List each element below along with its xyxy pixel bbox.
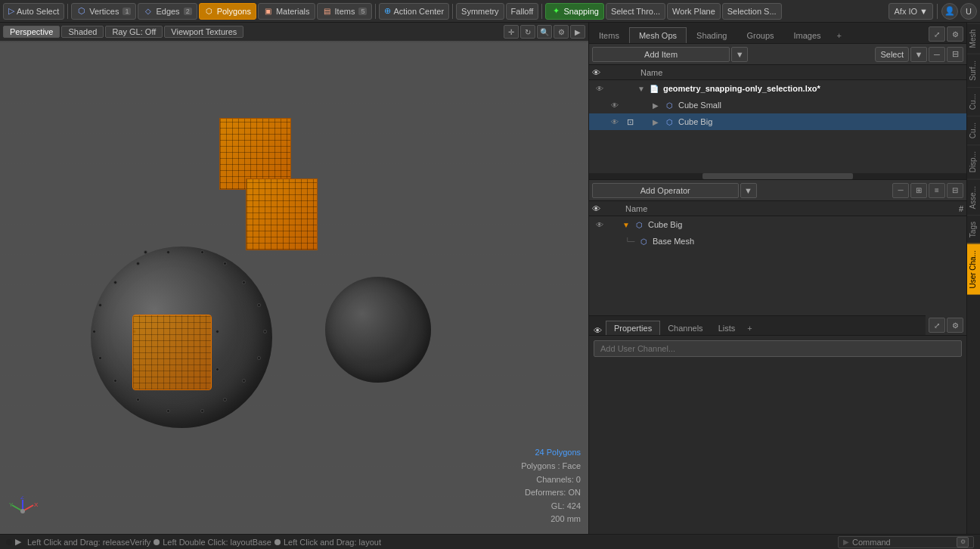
minimize-btn[interactable]: ─ <box>929 47 945 62</box>
add-item-dropdown[interactable]: ▼ <box>731 47 748 62</box>
command-settings[interactable]: ⚙ <box>957 537 969 547</box>
select-thro-btn[interactable]: Select Thro... <box>606 3 665 20</box>
add-tab-btn[interactable]: + <box>831 28 848 43</box>
side-tab-surf[interactable]: Surf... <box>967 54 980 87</box>
vp-more-icon[interactable]: ▶ <box>570 25 585 39</box>
props-expand-btn[interactable]: ⤢ <box>929 318 945 333</box>
op-filter-btn[interactable]: ⊟ <box>947 183 963 198</box>
vp-zoom-icon[interactable]: 🔍 <box>537 25 552 39</box>
side-tab-mesh[interactable]: Mesh <box>967 23 980 54</box>
op-minimize-btn[interactable]: ─ <box>892 183 909 198</box>
viewport[interactable]: Perspective Shaded Ray GL: Off Viewport … <box>0 23 588 534</box>
work-plane-btn[interactable]: Work Plane <box>667 3 721 20</box>
sphere-selection <box>132 315 212 390</box>
edges-btn[interactable]: ◇ Edges 2 <box>138 3 197 20</box>
terminal-icon <box>6 539 12 545</box>
side-tab-cu2[interactable]: Cu... <box>967 116 980 144</box>
sep-3 <box>452 4 453 19</box>
list-item[interactable]: 👁 ⊡ ▶ ⬡ Cube Big <box>589 113 966 130</box>
expand-icon[interactable]: ▼ <box>637 85 648 93</box>
add-user-channel-input[interactable] <box>594 340 962 357</box>
sphere-dot <box>98 356 102 360</box>
tab-items[interactable]: Items <box>589 27 629 43</box>
vertices-btn[interactable]: ⬡ Vertices 1 <box>71 3 136 20</box>
polygons-icon: ⬡ <box>204 6 215 17</box>
props-toolbar: ⤢ ⚙ <box>926 315 966 335</box>
add-item-btn[interactable]: Add Item <box>592 47 730 62</box>
operator-toolbar: Add Operator ▼ ─ ⊞ ≡ ⊟ <box>589 180 966 201</box>
properties-tabs: 👁 Properties Channels Lists + ⤢ ⚙ <box>589 316 966 336</box>
panel-settings-btn[interactable]: ⚙ <box>947 26 963 42</box>
action-center-btn[interactable]: ⊕ Action Center <box>379 3 449 20</box>
side-tab-disp[interactable]: Disp... <box>967 144 980 178</box>
viewport-textures-btn[interactable]: Viewport Textures <box>164 26 243 38</box>
eye-toggle[interactable]: 👁 <box>592 85 607 93</box>
tab-channels[interactable]: Channels <box>660 321 710 335</box>
channels-stat: Channels: 0 <box>521 473 581 487</box>
op-list-btn[interactable]: ≡ <box>929 183 945 198</box>
selection-s-btn[interactable]: Selection S... <box>722 3 782 20</box>
tab-mesh-ops[interactable]: Mesh Ops <box>629 27 687 43</box>
item-icon: ⬡ <box>663 99 675 111</box>
tab-properties[interactable]: Properties <box>606 321 660 335</box>
item-icon: 📄 <box>648 82 660 95</box>
props-settings-btn[interactable]: ⚙ <box>947 318 963 333</box>
profile-btn[interactable]: 👤 <box>941 3 958 20</box>
size-stat: 200 mm <box>521 513 581 526</box>
shaded-btn[interactable]: Shaded <box>61 26 104 38</box>
add-props-tab[interactable]: + <box>743 321 756 335</box>
vp-settings-icon[interactable]: ⚙ <box>554 25 569 39</box>
canvas-area[interactable]: 24 Polygons Polygons : Face Channels: 0 … <box>0 42 588 534</box>
list-item[interactable]: 👁 ▼ 📄 geometry_snapping-only_selection.l… <box>589 80 966 97</box>
side-tab-asse[interactable]: Asse... <box>967 179 980 216</box>
snapping-btn[interactable]: ✦ Snapping <box>545 3 604 20</box>
toolbar-right-area: Afx IO ▼ 👤 U <box>889 3 977 20</box>
expand-icon[interactable]: ▶ <box>653 118 663 126</box>
items-h-scrollbar[interactable] <box>589 173 966 179</box>
vp-rotate-icon[interactable]: ↻ <box>520 25 535 39</box>
props-eye-btn[interactable]: 👁 <box>589 326 606 335</box>
afx-io-btn[interactable]: Afx IO ▼ <box>889 3 933 20</box>
polygons-btn[interactable]: ⬡ Polygons <box>199 3 256 20</box>
panel-controls: ⤢ ⚙ <box>926 25 966 43</box>
eye-toggle[interactable]: 👁 <box>607 101 622 110</box>
items-btn[interactable]: ▤ Items 5 <box>317 3 373 20</box>
edges-icon: ◇ <box>143 6 154 17</box>
tab-images[interactable]: Images <box>784 27 831 43</box>
tab-shading[interactable]: Shading <box>687 27 737 43</box>
unreal-btn[interactable]: U <box>960 3 977 20</box>
svg-text:Z: Z <box>20 496 24 501</box>
command-input-area[interactable]: ▶ Command ⚙ <box>838 536 974 548</box>
add-operator-btn[interactable]: Add Operator <box>592 183 739 198</box>
expand-icon[interactable]: ▶ <box>653 101 663 110</box>
side-tab-tags[interactable]: Tags <box>967 215 980 243</box>
eye-toggle[interactable]: 👁 <box>607 118 622 126</box>
falloff-btn[interactable]: Falloff <box>506 3 539 20</box>
materials-btn[interactable]: ▣ Materials <box>258 3 315 20</box>
tab-groups[interactable]: Groups <box>737 27 783 43</box>
side-tab-cu1[interactable]: Cu... <box>967 87 980 116</box>
eye-toggle[interactable]: 👁 <box>592 221 607 229</box>
filter-btn[interactable]: ▼ <box>910 47 927 62</box>
expand-icon[interactable]: ▼ <box>622 221 633 229</box>
perspective-btn[interactable]: Perspective <box>3 26 60 38</box>
statusbar: ▶ Left Click and Drag: releaseVerify Lef… <box>0 534 980 549</box>
polygon-count: 24 Polygons <box>521 446 581 460</box>
select-btn[interactable]: Select <box>875 47 909 62</box>
operator-item[interactable]: 👁 ▼ ⬡ Cube Big <box>589 216 966 233</box>
items-filter-icon[interactable]: ⊟ <box>947 47 963 62</box>
add-operator-dropdown[interactable]: ▼ <box>740 183 757 198</box>
symmetry-btn[interactable]: Symmetry <box>456 3 504 20</box>
list-item[interactable]: 👁 ▶ ⬡ Cube Small <box>589 97 966 113</box>
side-tab-user-cha[interactable]: User Cha... <box>967 243 980 295</box>
ray-gl-btn[interactable]: Ray GL: Off <box>105 26 163 38</box>
auto-select-btn[interactable]: ▷ Auto Select <box>3 3 64 20</box>
panel-expand-btn[interactable]: ⤢ <box>929 26 945 42</box>
tab-lists[interactable]: Lists <box>711 321 743 335</box>
sphere-main-container <box>91 247 280 436</box>
vp-move-icon[interactable]: ✛ <box>504 25 519 39</box>
sphere-dot <box>242 281 246 284</box>
sep-2 <box>375 4 376 19</box>
operator-item[interactable]: └─ ⬡ Base Mesh <box>589 233 966 250</box>
op-grid-btn[interactable]: ⊞ <box>910 183 927 198</box>
